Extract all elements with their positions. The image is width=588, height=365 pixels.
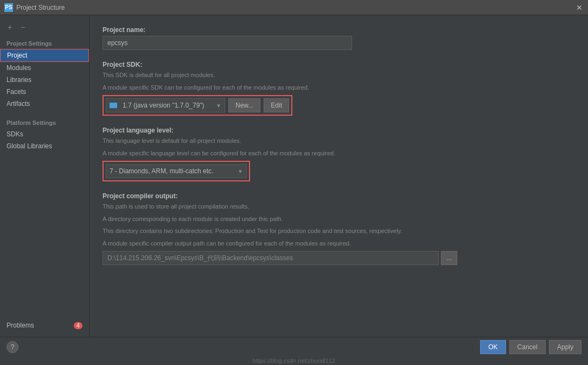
edit-sdk-button[interactable]: Edit [264,98,289,112]
problems-label: Problems [7,322,34,329]
project-settings-header: Project Settings [0,37,89,49]
sidebar-item-sdks[interactable]: SDKs [0,128,89,140]
sdk-icon [110,103,117,108]
content-area: Project name: Project SDK: This SDK is d… [90,15,588,337]
title-bar-left: PS Project Structure [4,3,65,12]
browse-button[interactable]: ... [441,251,457,265]
sdk-dropdown-arrow: ▼ [216,103,221,109]
compiler-path-input[interactable] [103,251,439,265]
language-dropdown-arrow: ▼ [238,168,243,174]
sdk-dropdown[interactable]: 1.7 (java version "1.7.0_79") ▼ [106,98,225,112]
sidebar-toolbar: + − [0,20,89,37]
platform-settings-header: Platform Settings [0,116,89,128]
app-icon: PS [4,3,13,12]
help-button[interactable]: ? [7,341,18,353]
close-button[interactable]: ✕ [575,3,584,12]
sidebar-item-facets[interactable]: Facets [0,86,89,98]
dialog-title: Project Structure [16,4,65,11]
project-language-level-group: Project language level: This language le… [103,127,575,181]
sidebar-item-project[interactable]: Project [0,49,89,62]
ok-button[interactable]: OK [480,340,506,354]
remove-icon[interactable]: − [17,22,28,33]
compiler-output-desc3: This directory contains two subdirectori… [103,226,575,236]
sidebar: + − Project Settings Project Modules Lib… [0,15,90,337]
new-sdk-button[interactable]: New... [228,98,260,112]
compiler-output-desc2: A directory corresponding to each module… [103,215,575,224]
sdk-value: 1.7 (java version "1.7.0_79") [123,102,213,109]
bottom-bar: ? OK Cancel Apply [0,337,588,356]
language-dropdown[interactable]: 7 - Diamonds, ARM, multi-catch etc. ▼ [106,164,247,178]
sidebar-item-modules[interactable]: Modules [0,62,89,74]
compiler-output-desc1: This path is used to store all project c… [103,202,575,211]
sidebar-item-problems[interactable]: Problems 4 [0,318,89,332]
project-sdk-desc1: This SDK is default for all project modu… [103,71,575,80]
project-name-input[interactable] [103,36,352,50]
compiler-output-row: ... [103,251,575,265]
compiler-output-desc4: A module specific compiler output path c… [103,239,575,248]
compiler-output-label: Project compiler output: [103,192,575,200]
project-sdk-desc2: A module specific SDK can be configured … [103,83,575,92]
project-sdk-label: Project SDK: [103,61,575,68]
sidebar-item-artifacts[interactable]: Artifacts [0,98,89,110]
sidebar-item-libraries[interactable]: Libraries [0,74,89,86]
main-content: + − Project Settings Project Modules Lib… [0,15,588,337]
project-name-group: Project name: [103,26,575,50]
project-structure-dialog: PS Project Structure ✕ + − Project Setti… [0,0,588,365]
project-sdk-group: Project SDK: This SDK is default for all… [103,61,575,116]
project-name-label: Project name: [103,26,575,34]
problems-badge: 4 [74,322,82,329]
sidebar-item-global-libraries[interactable]: Global Libraries [0,140,89,152]
title-bar: PS Project Structure ✕ [0,0,588,15]
watermark: https://blog.csdn.net/zhurall112 [0,356,588,365]
project-compiler-output-group: Project compiler output: This path is us… [103,192,575,265]
apply-button[interactable]: Apply [549,340,581,354]
project-language-label: Project language level: [103,127,575,134]
language-row: 7 - Diamonds, ARM, multi-catch etc. ▼ [103,161,250,181]
project-language-desc1: This language level is default for all p… [103,136,575,146]
add-icon[interactable]: + [4,22,15,33]
project-language-desc2: A module specific language level can be … [103,149,575,158]
sdk-row: 1.7 (java version "1.7.0_79") ▼ New... E… [103,95,292,116]
bottom-right-buttons: OK Cancel Apply [480,340,581,354]
cancel-button[interactable]: Cancel [509,340,546,354]
language-value: 7 - Diamonds, ARM, multi-catch etc. [110,167,234,175]
